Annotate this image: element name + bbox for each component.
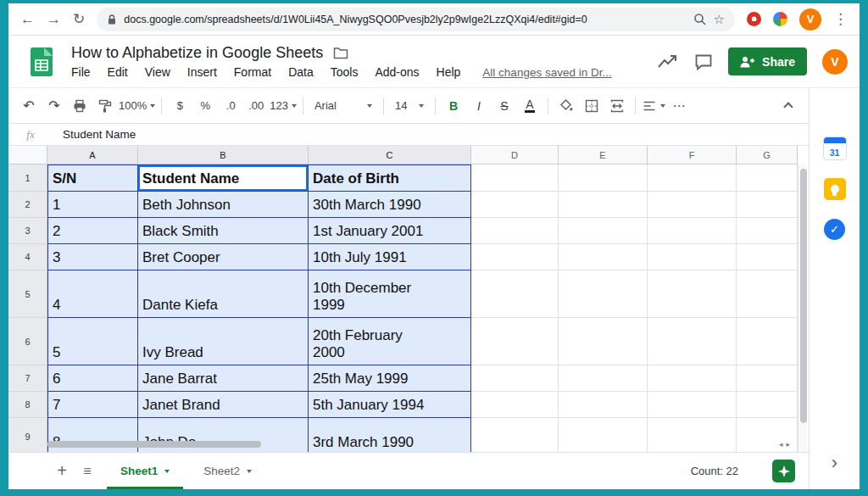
zoom-select[interactable]: 100%: [119, 94, 155, 117]
selection-count-badge[interactable]: Count: 22: [691, 465, 738, 477]
column-header-e[interactable]: E: [559, 146, 648, 164]
cell[interactable]: [648, 392, 737, 418]
vertical-scrollbar[interactable]: [798, 164, 807, 452]
all-sheets-icon[interactable]: ≡: [75, 459, 100, 484]
cell[interactable]: Bret Cooper: [138, 244, 309, 270]
add-sheet-button[interactable]: +: [49, 459, 75, 484]
cell[interactable]: [648, 318, 737, 365]
active-cell[interactable]: Student Name: [138, 164, 309, 192]
address-bar[interactable]: docs.google.com/spreadsheets/d/1W0Lii45A…: [97, 8, 735, 31]
comment-icon[interactable]: [694, 53, 713, 70]
print-icon[interactable]: [68, 94, 92, 117]
cell[interactable]: [559, 392, 648, 418]
cell[interactable]: 1st January 2001: [309, 218, 471, 244]
menu-file[interactable]: File: [71, 65, 91, 79]
row-header[interactable]: 6: [8, 318, 47, 365]
keep-icon[interactable]: [824, 178, 846, 200]
panel-collapse-chevron[interactable]: ›: [822, 450, 848, 476]
cell[interactable]: Date of Birth: [309, 164, 471, 192]
row-header[interactable]: 2: [8, 192, 47, 218]
cell[interactable]: [737, 244, 798, 270]
cell[interactable]: [559, 418, 648, 452]
cell[interactable]: [559, 365, 648, 392]
cell[interactable]: 7: [47, 392, 138, 418]
cell[interactable]: Dante Kiefa: [138, 270, 309, 318]
menu-tools[interactable]: Tools: [331, 65, 359, 79]
redo-icon[interactable]: ↷: [42, 94, 66, 117]
cell[interactable]: [648, 164, 737, 192]
insights-trend-icon[interactable]: [657, 53, 679, 70]
cell[interactable]: 30th March 1990: [309, 192, 471, 218]
save-status-link[interactable]: All changes saved in Dr...: [482, 66, 611, 79]
scroll-arrows[interactable]: ◂▸: [779, 440, 793, 449]
cell[interactable]: Jane Barrat: [138, 365, 309, 392]
italic-button[interactable]: I: [467, 94, 491, 117]
cell[interactable]: [471, 244, 559, 270]
row-header[interactable]: 7: [8, 365, 47, 392]
column-header-g[interactable]: G: [737, 146, 798, 164]
cell[interactable]: [737, 365, 798, 392]
account-avatar[interactable]: V: [822, 49, 848, 75]
cell[interactable]: Black Smith: [138, 218, 309, 244]
menu-view[interactable]: View: [145, 65, 170, 79]
menu-data[interactable]: Data: [288, 65, 314, 79]
cell[interactable]: [737, 318, 798, 365]
cell[interactable]: [471, 392, 559, 418]
cell[interactable]: Janet Brand: [138, 392, 309, 418]
explore-button[interactable]: [772, 460, 795, 482]
cell[interactable]: 1: [47, 192, 138, 218]
cell[interactable]: [559, 270, 648, 318]
format-percent-button[interactable]: %: [193, 94, 217, 117]
cell[interactable]: 25th May 1999: [309, 365, 471, 392]
column-header-f[interactable]: F: [648, 146, 737, 164]
decrease-decimals-button[interactable]: .0: [219, 94, 242, 117]
cell[interactable]: [648, 218, 737, 244]
merge-cells-icon[interactable]: [605, 94, 629, 117]
cell[interactable]: [648, 418, 737, 452]
tab-sheet1[interactable]: Sheet1: [107, 453, 183, 489]
fill-color-icon[interactable]: [554, 94, 578, 117]
cell[interactable]: [471, 318, 559, 365]
cell[interactable]: Beth Johnson: [138, 192, 309, 218]
menu-edit[interactable]: Edit: [108, 65, 128, 79]
cell[interactable]: [737, 192, 798, 218]
horizontal-align-select[interactable]: [642, 94, 665, 117]
extension-icon[interactable]: [773, 12, 787, 26]
text-color-button[interactable]: A: [518, 94, 542, 117]
menu-addons[interactable]: Add-ons: [375, 65, 419, 79]
font-size-select[interactable]: 14: [390, 94, 429, 117]
select-all-corner[interactable]: [8, 146, 47, 164]
cell[interactable]: [559, 244, 648, 270]
row-header[interactable]: 3: [8, 218, 47, 244]
cell[interactable]: [559, 318, 648, 365]
paint-format-icon[interactable]: [93, 94, 117, 117]
tab-sheet2[interactable]: Sheet2: [190, 453, 265, 489]
back-icon[interactable]: ←: [20, 12, 35, 26]
cell[interactable]: [559, 218, 648, 244]
reload-icon[interactable]: ↻: [73, 12, 85, 26]
cell[interactable]: [559, 192, 648, 218]
cell[interactable]: [737, 392, 798, 418]
column-header-c[interactable]: C: [309, 146, 471, 164]
forward-icon[interactable]: →: [47, 12, 61, 26]
tasks-icon[interactable]: ✓: [824, 219, 845, 240]
row-header[interactable]: 4: [8, 244, 47, 270]
calendar-icon[interactable]: 31: [824, 137, 846, 159]
cell[interactable]: 3: [47, 244, 138, 270]
cell[interactable]: [471, 218, 559, 244]
bold-button[interactable]: B: [442, 94, 465, 117]
cell[interactable]: 3rd March 1990: [309, 418, 471, 452]
vertical-scrollbar-thumb[interactable]: [800, 169, 807, 423]
cell[interactable]: 5th January 1994: [309, 392, 471, 418]
browser-menu-icon[interactable]: ⋮: [833, 12, 848, 26]
cell[interactable]: 20th February 2000: [309, 318, 471, 365]
font-select[interactable]: Arial: [309, 94, 377, 117]
row-header[interactable]: 9: [8, 418, 47, 452]
cell[interactable]: [471, 418, 559, 452]
share-button[interactable]: Share: [728, 47, 807, 75]
formula-input[interactable]: Student Name: [53, 128, 136, 141]
cell[interactable]: [471, 192, 559, 218]
menu-help[interactable]: Help: [437, 65, 461, 79]
browser-profile-avatar[interactable]: V: [799, 8, 821, 31]
extension-icon[interactable]: [747, 12, 761, 26]
